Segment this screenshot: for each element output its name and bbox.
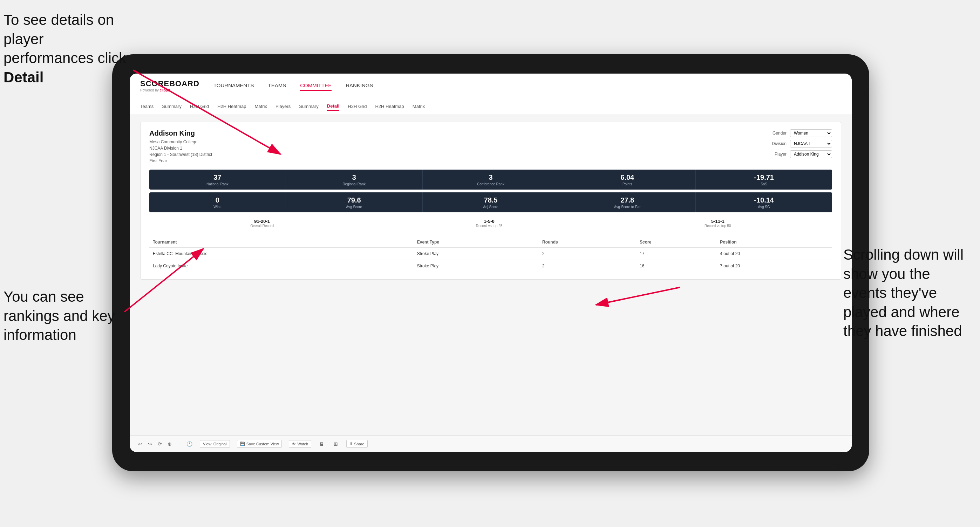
national-rank-value: 37 xyxy=(154,173,281,181)
col-position: Position xyxy=(716,237,832,248)
monitor-icon[interactable]: 🖥 xyxy=(318,440,325,448)
nav-rankings[interactable]: RANKINGS xyxy=(345,81,373,91)
rounds-1: 2 xyxy=(539,248,636,260)
sub-nav-matrix[interactable]: Matrix xyxy=(255,102,267,110)
position-2: 7 out of 20 xyxy=(716,260,832,272)
top25-record-label: Record vs top 25 xyxy=(476,224,503,228)
nav-tournaments[interactable]: TOURNAMENTS xyxy=(213,81,254,91)
stat-national-rank: 37 National Rank xyxy=(149,170,286,190)
stat-sos: -19.71 SoS xyxy=(696,170,832,190)
position-1: 4 out of 20 xyxy=(716,248,832,260)
national-rank-label: National Rank xyxy=(154,182,281,186)
rounds-2: 2 xyxy=(539,260,636,272)
regional-rank-label: Regional Rank xyxy=(291,182,417,186)
gender-label: Gender xyxy=(773,131,786,136)
sub-nav-h2h-grid[interactable]: H2H Grid xyxy=(190,102,209,110)
annotation-right: Scrolling down will show you the events … xyxy=(843,245,977,341)
powered-by-label: Powered by clippd xyxy=(140,88,199,92)
annotation-top-left: To see details on player performances cl… xyxy=(3,11,137,87)
player-info: Addison King Mesa Community College NJCA… xyxy=(149,129,212,164)
sub-nav-players[interactable]: Players xyxy=(275,102,291,110)
event-type-1: Stroke Play xyxy=(414,248,539,260)
tournament-name-2: Lady Coyote Invite xyxy=(149,260,414,272)
sub-nav-teams[interactable]: Teams xyxy=(140,102,154,110)
player-college: Mesa Community College xyxy=(149,139,212,145)
record-overall: 91-20-1 Overall Record xyxy=(250,219,274,228)
avg-score-par-value: 27.8 xyxy=(564,196,690,204)
points-label: Points xyxy=(564,182,690,186)
sub-nav-matrix2[interactable]: Matrix xyxy=(412,102,425,110)
sub-nav-h2h-heatmap2[interactable]: H2H Heatmap xyxy=(375,102,404,110)
zoom-icon[interactable]: ⊕ xyxy=(166,440,173,448)
sub-nav-summary[interactable]: Summary xyxy=(162,102,181,110)
overall-record-label: Overall Record xyxy=(250,224,274,228)
division-filter: Division NJCAA I NJCAA II xyxy=(772,140,832,148)
history-controls: ↩ ↪ ⟳ ⊕ − 🕐 xyxy=(137,440,193,448)
tournament-table: Tournament Event Type Rounds Score Posit… xyxy=(149,237,832,272)
main-nav: TOURNAMENTS TEAMS COMMITTEE RANKINGS xyxy=(213,81,373,91)
col-tournament: Tournament xyxy=(149,237,414,248)
conference-rank-label: Conference Rank xyxy=(428,182,554,186)
eye-icon: 👁 xyxy=(292,442,296,446)
table-row: Lady Coyote Invite Stroke Play 2 16 7 ou… xyxy=(149,260,832,272)
share-icon: ⬆ xyxy=(350,441,353,446)
tablet-frame: SCOREBOARD Powered by clippd TOURNAMENTS… xyxy=(112,54,869,471)
minus-icon[interactable]: − xyxy=(176,440,183,448)
save-icon: 💾 xyxy=(240,441,245,446)
save-custom-button[interactable]: 💾 Save Custom View xyxy=(237,440,282,448)
sub-nav-h2h-grid2[interactable]: H2H Grid xyxy=(348,102,367,110)
sub-nav-summary2[interactable]: Summary xyxy=(299,102,318,110)
score-2: 16 xyxy=(636,260,716,272)
share-button[interactable]: ⬆ Share xyxy=(346,440,368,448)
sos-label: SoS xyxy=(701,182,827,186)
stat-points: 6.04 Points xyxy=(559,170,696,190)
top25-record-value: 1-5-0 xyxy=(476,219,503,224)
stat-avg-score-par: 27.8 Avg Score to Par xyxy=(559,192,696,212)
regional-rank-value: 3 xyxy=(291,173,417,181)
bottom-toolbar: ↩ ↪ ⟳ ⊕ − 🕐 View: Original 💾 Save Custom… xyxy=(130,435,852,452)
refresh-icon[interactable]: ⟳ xyxy=(156,440,163,448)
record-top25: 1-5-0 Record vs top 25 xyxy=(476,219,503,228)
avg-sg-label: Avg SG xyxy=(701,205,827,209)
sos-value: -19.71 xyxy=(701,173,827,181)
nav-committee[interactable]: COMMITTEE xyxy=(300,81,332,91)
top50-record-value: 5-11-1 xyxy=(705,219,731,224)
annotation-bottom-left: You can see rankings and key information xyxy=(3,287,123,345)
watch-label: Watch xyxy=(297,442,308,446)
stat-avg-sg: -10.14 Avg SG xyxy=(696,192,832,212)
sub-nav-detail[interactable]: Detail xyxy=(327,102,339,111)
undo-icon[interactable]: ↩ xyxy=(137,440,144,448)
view-original-button[interactable]: View: Original xyxy=(200,440,230,448)
records-row: 91-20-1 Overall Record 1-5-0 Record vs t… xyxy=(149,215,832,231)
redo-icon[interactable]: ↪ xyxy=(146,440,154,448)
division-select[interactable]: NJCAA I NJCAA II xyxy=(790,140,832,148)
gender-filter: Gender Women Men xyxy=(773,129,832,137)
stat-adj-score: 78.5 Adj Score xyxy=(423,192,559,212)
avg-score-label: Avg Score xyxy=(291,205,417,209)
logo-area: SCOREBOARD Powered by clippd xyxy=(140,79,199,92)
overall-record-value: 91-20-1 xyxy=(250,219,274,224)
stats-row-1: 37 National Rank 3 Regional Rank 3 Confe… xyxy=(149,170,832,190)
record-top50: 5-11-1 Record vs top 50 xyxy=(705,219,731,228)
conference-rank-value: 3 xyxy=(428,173,554,181)
player-select[interactable]: Addison King xyxy=(790,150,832,158)
sub-nav: Teams Summary H2H Grid H2H Heatmap Matri… xyxy=(130,98,852,115)
avg-score-par-label: Avg Score to Par xyxy=(564,205,690,209)
main-content: Addison King Mesa Community College NJCA… xyxy=(130,115,852,435)
share-label: Share xyxy=(354,442,364,446)
watch-button[interactable]: 👁 Watch xyxy=(289,440,311,448)
score-1: 17 xyxy=(636,248,716,260)
col-score: Score xyxy=(636,237,716,248)
grid-icon[interactable]: ⊞ xyxy=(332,440,339,448)
tournament-name-1: Estella CC- Mountain Classic xyxy=(149,248,414,260)
nav-teams[interactable]: TEAMS xyxy=(268,81,286,91)
gender-select[interactable]: Women Men xyxy=(790,129,832,137)
col-rounds: Rounds xyxy=(539,237,636,248)
sub-nav-h2h-heatmap[interactable]: H2H Heatmap xyxy=(217,102,246,110)
stats-row-2: 0 Wins 79.6 Avg Score 78.5 Adj Score 27.… xyxy=(149,192,832,212)
content-panel: Addison King Mesa Community College NJCA… xyxy=(140,122,841,279)
stat-wins: 0 Wins xyxy=(149,192,286,212)
scoreboard-logo: SCOREBOARD xyxy=(140,79,199,88)
clock-icon[interactable]: 🕐 xyxy=(186,440,193,448)
top50-record-label: Record vs top 50 xyxy=(705,224,731,228)
